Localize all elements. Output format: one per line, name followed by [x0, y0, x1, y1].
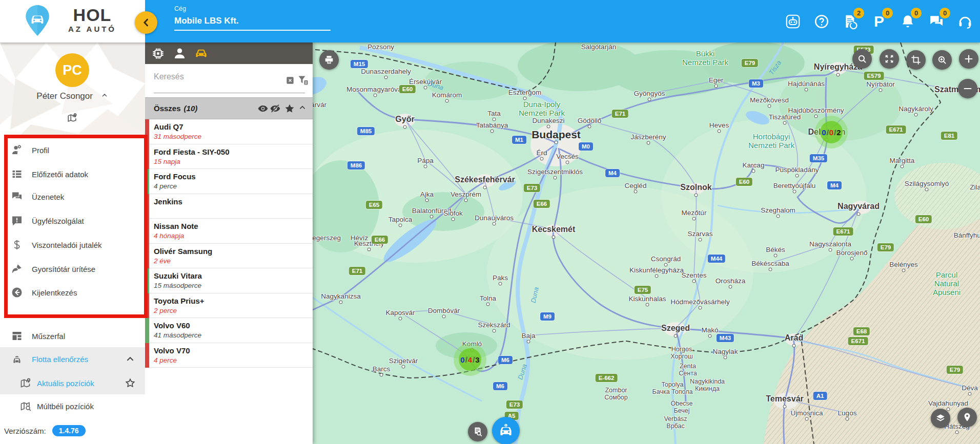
map-city-dot [424, 86, 427, 90]
map-city-dot [399, 224, 402, 227]
map-city-dot [646, 303, 649, 307]
search-icon [856, 53, 868, 65]
map-city-dot [464, 199, 468, 202]
hide-all-icon[interactable] [270, 103, 281, 114]
zoom-in-button[interactable] [959, 49, 978, 69]
favorites-icon[interactable] [284, 103, 295, 114]
expand-icon [884, 53, 895, 65]
nav-item-m-szerfal[interactable]: Műszerfal [0, 325, 145, 347]
nav-item-m-ltb-li-poz-ci-k[interactable]: Múltbéli pozíciók [0, 395, 145, 417]
vehicle-last-update: 4 perce [154, 356, 177, 364]
vehicle-row[interactable]: Ford Focus4 perce [145, 169, 313, 194]
map-city-dot [718, 130, 721, 133]
menu-item-gyors-t-t-r-r-t-se[interactable]: Gyorsítótár ürítése [0, 258, 145, 280]
map-city-dot [664, 263, 668, 267]
vehicle-row[interactable]: Volvo V6041 másodperce [145, 318, 313, 343]
my-location-button[interactable] [957, 408, 977, 427]
map-city-dot [339, 301, 343, 304]
layers-icon [935, 413, 946, 424]
help-button[interactable] [813, 13, 830, 30]
search-map-button[interactable] [852, 49, 872, 69]
vehicle-name: Olivér Samsung [154, 247, 212, 256]
map-city-dot [925, 188, 929, 192]
vehicle-row[interactable]: Volvo V704 perce [145, 343, 313, 368]
vehicle-row[interactable]: Suzuki Vitara15 másodperce [145, 268, 313, 293]
nav-item-flotta-ellen-rz-s[interactable]: Flotta ellenőrzés [0, 348, 145, 370]
menu-item-zenetek[interactable]: Üzenetek [0, 185, 145, 208]
messages-button[interactable]: 0 [928, 13, 945, 30]
company-field[interactable]: Cég Mobile LBS Kft. [174, 5, 331, 31]
filter-icon[interactable] [297, 74, 309, 86]
vehicle-cluster-marker[interactable]: 0/4/3 [454, 343, 486, 376]
menu-item-el-fizet-i-adatok[interactable]: Előfizetői adatok [0, 163, 145, 185]
support-button[interactable] [956, 13, 974, 30]
map-city-dot [846, 417, 849, 421]
map-city-dot [968, 392, 972, 396]
collapse-group-icon[interactable] [298, 103, 307, 114]
map-search-icon [19, 400, 32, 412]
star-outline-icon[interactable] [125, 377, 136, 389]
notifications-button[interactable]: 0 [899, 13, 916, 30]
vehicle-cluster-marker[interactable]: 0/0/2 [815, 116, 848, 149]
zoom-out-button[interactable] [958, 79, 977, 98]
tab-vehicles[interactable] [194, 47, 208, 60]
printer-icon [323, 54, 335, 66]
menu-item-profil[interactable]: Profil [0, 139, 145, 161]
vehicle-last-update: 31 másodperce [154, 133, 201, 140]
tab-persons[interactable] [173, 47, 187, 60]
avatar[interactable]: PC [55, 53, 89, 87]
vehicle-row[interactable]: Audi Q731 másodperce [145, 119, 313, 144]
caret-up-icon[interactable] [125, 353, 136, 365]
zoom-in-icon [936, 54, 948, 66]
plus-icon [963, 53, 974, 65]
map-city-dot [384, 76, 388, 79]
map-canvas[interactable]: PozsonyDunaszerdahelyMosonmagyaróvárÉrse… [313, 43, 980, 444]
vehicle-locate-button[interactable] [492, 417, 520, 444]
vehicle-group-header[interactable]: Összes (10) [145, 97, 313, 119]
user-name: Péter Csongor [36, 91, 93, 101]
chat-double-icon [11, 191, 23, 203]
layers-button[interactable] [931, 409, 950, 428]
map-city-dot [783, 121, 787, 125]
show-all-icon[interactable] [257, 103, 269, 114]
map-city-dot [648, 98, 651, 101]
map-city-dot [486, 303, 490, 306]
badge-count: 0 [911, 8, 922, 18]
vehicle-row[interactable]: Ford Fiesta - SIY-05015 napja [145, 144, 313, 170]
map-city-dot [699, 238, 702, 242]
poi-search-button[interactable] [468, 422, 487, 441]
clear-filter-icon[interactable] [285, 75, 295, 86]
status-bar [145, 343, 149, 368]
vehicle-row[interactable]: Jenkins [145, 194, 313, 219]
menu-item-gyf-lszolg-lat[interactable]: Ügyfélszolgálat [0, 209, 145, 232]
map-city-dot [947, 408, 950, 411]
chevron-up-icon [100, 91, 109, 102]
tab-devices[interactable] [151, 47, 165, 60]
cluster-counts: 0/0/2 [815, 116, 848, 149]
nav-item-aktu-lis-poz-ci-k[interactable]: Aktuális pozíciók [0, 372, 145, 394]
sidebar-collapse-button[interactable] [135, 11, 157, 34]
status-bar [145, 318, 149, 343]
feedback-icon [11, 215, 23, 227]
print-button[interactable] [319, 50, 339, 70]
menu-item-kijelentkez-s[interactable]: Kijelentkezés [0, 281, 145, 304]
map-city-dot [452, 218, 455, 221]
crop-button[interactable] [906, 50, 926, 70]
vehicle-panel: Összes (10) Audi Q731 másodperceFord Fie… [145, 43, 313, 444]
user-menu-toggle[interactable]: Péter Csongor [0, 91, 145, 102]
vehicle-name: Volvo V70 [154, 346, 190, 355]
map-city-dot [914, 113, 918, 117]
fullscreen-button[interactable] [880, 49, 899, 69]
assistant-button[interactable] [784, 13, 802, 30]
menu-item-viszontelad-i-jutal-k[interactable]: Viszonteladói jutalék [0, 234, 145, 256]
vehicle-row[interactable]: Nissan Note4 hónapja [145, 219, 313, 244]
map-city-dot [634, 190, 638, 194]
parking-button[interactable]: P0 [870, 13, 888, 30]
vehicle-row[interactable]: Olivér Samsung2 éve [145, 244, 313, 269]
map-pin-icon[interactable] [67, 112, 78, 123]
map-city-dot [708, 334, 712, 338]
search-input[interactable] [154, 72, 277, 81]
zoom-box-button[interactable] [932, 50, 952, 70]
vehicle-row[interactable]: Toyota Prius+2 perce [145, 293, 313, 319]
documents-button[interactable]: 2 [842, 13, 859, 30]
